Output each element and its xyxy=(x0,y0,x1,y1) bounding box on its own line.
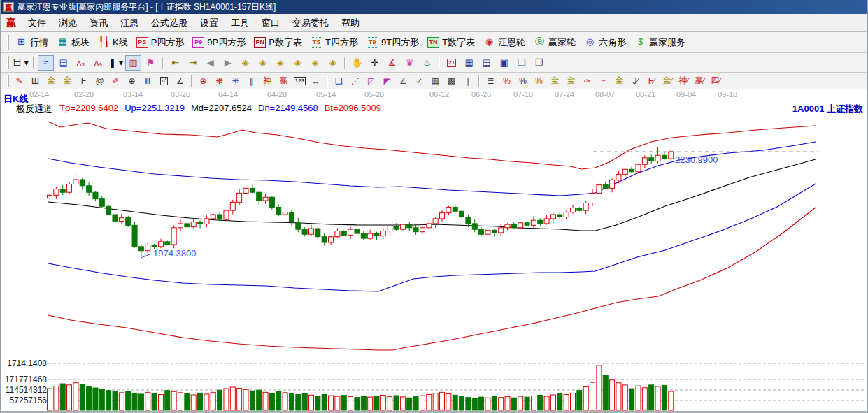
toolbutton-t-square[interactable]: TST四方形 xyxy=(306,35,362,50)
circle-ruler-button[interactable]: ⊕ xyxy=(124,74,139,87)
toolbutton-t-number-table[interactable]: TNT数字表 xyxy=(423,35,479,50)
toolbutton-9t-square[interactable]: T99T四方形 xyxy=(362,35,423,50)
shen-comb-button[interactable]: 神 xyxy=(260,74,275,87)
dense-comb-button[interactable]: Ⅲ xyxy=(141,74,155,87)
gold-line-tool-button[interactable]: 金 xyxy=(564,74,578,87)
kline-9-button[interactable]: ʌ₉ xyxy=(90,55,106,71)
prev-bar-button[interactable]: ◀ xyxy=(202,55,218,71)
zoom-out-x-button[interactable]: ◈ xyxy=(290,55,306,71)
kline-3-button[interactable]: ʌ₃ xyxy=(73,55,89,71)
toolbutton-quotes[interactable]: ⊞行情 xyxy=(11,35,52,50)
wave-line-button[interactable]: ≈ xyxy=(596,74,611,87)
wave-tool-button[interactable]: ♨ xyxy=(419,55,435,71)
fit-screen-button[interactable]: ◈ xyxy=(307,55,323,71)
toolbutton-hexagon[interactable]: ◎六角形 xyxy=(580,35,630,50)
save-button[interactable]: ▣ xyxy=(496,55,512,71)
width-measure-button[interactable]: ↔ xyxy=(308,74,323,87)
brush-tool-button[interactable]: ✐ xyxy=(108,74,123,87)
gann-fan-button[interactable]: ⋰ xyxy=(348,74,362,87)
toolbutton-gann-wheel[interactable]: ◉江恩轮 xyxy=(479,35,529,50)
zoom-right-button[interactable]: ◈ xyxy=(255,55,271,71)
toolbar-grip[interactable] xyxy=(7,35,9,49)
calendar-21-button[interactable]: 21 xyxy=(443,55,460,71)
si-angle-button[interactable]: 四∕ xyxy=(709,74,723,87)
menu-6[interactable]: 工具 xyxy=(225,15,255,31)
ying-angle-button[interactable]: 赢∕ xyxy=(692,74,707,87)
last-screen-button[interactable]: ⇥ xyxy=(185,55,201,71)
f-comb-button[interactable]: F xyxy=(76,74,91,87)
ying-comb-button[interactable]: 赢 xyxy=(276,74,291,87)
calculator-button[interactable]: ▦ xyxy=(461,55,477,71)
menu-7[interactable]: 窗口 xyxy=(255,15,286,31)
zoom-left-button[interactable]: ◈ xyxy=(237,55,253,71)
crosshair-tool-button[interactable]: ✛ xyxy=(367,55,383,71)
parallel-lines-button[interactable]: ∥ xyxy=(460,74,475,87)
percent-levels-button[interactable]: % xyxy=(532,74,546,87)
gold-comb-2-button[interactable]: 金 xyxy=(60,74,75,87)
gann-box-tool-button[interactable]: ♛ xyxy=(401,55,418,71)
menu-0[interactable]: 文件 xyxy=(22,15,52,31)
menu-4[interactable]: 公式选股 xyxy=(145,15,194,31)
shen-angle-button[interactable]: 神∕ xyxy=(676,74,691,87)
gold-line-2-button[interactable]: 金 xyxy=(612,74,627,87)
toolbutton-p-square[interactable]: PSP四方形 xyxy=(132,35,189,50)
menu-3[interactable]: 江恩 xyxy=(114,15,145,31)
f10-info-button[interactable]: ▤ xyxy=(55,55,71,71)
color-chart-button[interactable]: ⚑ xyxy=(143,55,159,71)
title-bar[interactable]: 赢 赢家江恩专业版[赢家内部服务平台] - [上证指数 SH1A0001-157… xyxy=(1,0,868,14)
toolbar-grip[interactable] xyxy=(7,75,9,86)
indicator-panel-button[interactable]: ▥ xyxy=(125,55,141,71)
menu-9[interactable]: 帮助 xyxy=(335,15,366,31)
gold-comb-1-button[interactable]: 金 xyxy=(44,74,59,87)
gold-circle-tool-button[interactable]: 金 xyxy=(548,74,562,87)
fan-box-button[interactable]: ◸ xyxy=(364,74,378,87)
comb-grid-button[interactable]: Ш xyxy=(28,74,43,87)
gann-circle-button[interactable]: ⊕ xyxy=(196,74,211,87)
notes-button[interactable]: ▤ xyxy=(478,55,495,71)
toolbutton-sectors[interactable]: ▦板块 xyxy=(52,35,94,50)
candle-brush-button[interactable]: ✑ xyxy=(580,74,595,87)
percent-line-button[interactable]: % xyxy=(499,74,514,87)
trade-terminal-button[interactable]: ❐ xyxy=(531,55,547,71)
stats-bars-button[interactable]: ≣ xyxy=(483,74,498,87)
hand-tool-button[interactable]: ✋ xyxy=(349,55,365,71)
zoom-in-x-button[interactable]: ◈ xyxy=(272,55,288,71)
n2-ruler-button[interactable]: n² xyxy=(157,74,171,87)
toolbar-grip[interactable] xyxy=(7,56,9,69)
web-box-2-button[interactable]: ◩ xyxy=(380,74,394,87)
toolbutton-winner-wheel[interactable]: Ⓑ赢家轮 xyxy=(529,35,580,50)
angle-line-tool-button[interactable]: ∡ xyxy=(384,55,400,71)
next-bar-button[interactable]: ▶ xyxy=(220,55,236,71)
grid-box-2-button[interactable]: ▩ xyxy=(444,74,459,87)
wave-check-button[interactable]: ✓ xyxy=(412,74,427,87)
toolbutton-winner-service[interactable]: $赢家服务 xyxy=(630,35,690,50)
full-view-button[interactable]: ◈ xyxy=(325,55,341,71)
trend-lines-toggle-button[interactable]: ≈ xyxy=(38,55,54,71)
gann-web-button[interactable]: ❋ xyxy=(212,74,227,87)
angle-ruler-button[interactable]: ∠ xyxy=(173,74,187,87)
menu-8[interactable]: 交易委托 xyxy=(286,15,335,31)
percent-tool-button[interactable]: % xyxy=(515,74,530,87)
num-comb-button[interactable]: 123 xyxy=(292,74,307,87)
trend-angle-button[interactable]: ∠ xyxy=(396,74,411,87)
rect-select-button[interactable]: ❑ xyxy=(332,74,346,87)
gold-angle-button[interactable]: 金∕ xyxy=(660,74,675,87)
bars-ruler-button[interactable]: ∥ xyxy=(244,74,259,87)
toolbutton-p-number-table[interactable]: PNP数字表 xyxy=(250,35,306,50)
menu-2[interactable]: 资讯 xyxy=(83,15,114,31)
first-screen-button[interactable]: ⇤ xyxy=(167,55,183,71)
grid-box-button[interactable]: ▦ xyxy=(428,74,443,87)
pencil-tool-button[interactable]: ✎ xyxy=(12,74,27,87)
j-angle-button[interactable]: J∕ xyxy=(628,74,643,87)
toolbutton-9p-square[interactable]: P99P四方形 xyxy=(188,35,250,50)
chart-canvas[interactable] xyxy=(1,89,868,413)
f-angle-button[interactable]: F∕ xyxy=(644,74,659,87)
spiral-tool-button[interactable]: @ xyxy=(92,74,107,87)
web-box-button[interactable]: ✳ xyxy=(228,74,243,87)
export-chart-button[interactable]: ❏ xyxy=(513,55,529,71)
candle-style-dropdown-button[interactable]: ❚ ▾ xyxy=(108,55,124,71)
period-day-dropdown-button[interactable]: 日 ▾ xyxy=(12,55,29,71)
menu-5[interactable]: 设置 xyxy=(194,15,225,31)
toolbutton-kline[interactable]: ╿╽K线 xyxy=(94,35,132,50)
menu-1[interactable]: 浏览 xyxy=(52,15,83,31)
